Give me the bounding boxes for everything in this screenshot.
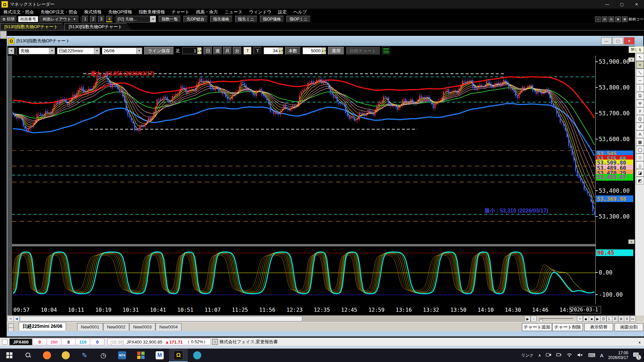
magnify-button[interactable]: ⊕: [618, 316, 624, 322]
menu-item[interactable]: 設定: [275, 9, 290, 15]
day-button[interactable]: D: [600, 316, 606, 322]
monex-trader-icon[interactable]: Ω: [169, 349, 188, 362]
menu-item[interactable]: 先物OP注文・照会: [37, 9, 81, 15]
line-button[interactable]: L: [606, 316, 612, 322]
edge-icon[interactable]: [188, 349, 207, 362]
start-button[interactable]: [0, 349, 19, 362]
menu-item[interactable]: 株式情報: [81, 9, 105, 15]
tick-count-spinner[interactable]: 34▲▼: [264, 47, 283, 54]
symbol-dropdown[interactable]: 日経225mini▼: [57, 48, 100, 54]
screen-button-3[interactable]: 3: [98, 16, 105, 22]
switch-button[interactable]: ⧉切替: [1, 16, 17, 22]
rectangle-tool[interactable]: □: [636, 154, 644, 161]
screen-number-button[interactable]: 画面番号: [18, 16, 38, 22]
wifi-icon[interactable]: [567, 353, 572, 358]
news-icon[interactable]: ↑: [212, 339, 218, 345]
quote-list-tool[interactable]: Q: [636, 115, 644, 123]
h-scrollbar[interactable]: [19, 316, 524, 322]
chart-restore-button[interactable]: ▢: [612, 37, 623, 45]
ticker-symbol[interactable]: JPX400: [9, 339, 32, 345]
scroll-left-button[interactable]: ◀: [13, 316, 20, 322]
workspace-tab-1[interactable]: [5130]指数先物OPチャート: [64, 23, 131, 30]
clear-all-tool[interactable]: ◩: [636, 177, 644, 184]
firefox-icon[interactable]: [38, 349, 56, 362]
minimize-button[interactable]: —: [600, 0, 614, 9]
toolbar-button-5[interactable]: 指OPミニ: [286, 16, 311, 22]
bottom-button-0[interactable]: チャート追加: [522, 323, 552, 331]
zoom-out-button[interactable]: −: [531, 316, 537, 322]
indicator-settings-icon[interactable]: [382, 47, 390, 55]
tick-mode-button[interactable]: T: [244, 47, 252, 55]
mini-dropdown[interactable]: ▼: [8, 48, 17, 54]
save-lines-button[interactable]: ライン保存: [144, 47, 174, 55]
alert-tool[interactable]: Ω: [636, 92, 644, 100]
chart-tab-New0002[interactable]: New0002: [103, 323, 129, 330]
menu-item[interactable]: 株式注文・照会: [0, 9, 37, 15]
pen-app-icon[interactable]: ✎: [75, 349, 94, 362]
triangle-tool[interactable]: △: [636, 161, 644, 169]
keyboard-icon[interactable]: ⌨: [588, 352, 595, 358]
toolbar-button-1[interactable]: 先OP総合: [183, 16, 207, 22]
cursor-mode-button[interactable]: ◆: [583, 316, 589, 322]
bottom-button-3[interactable]: 画面分割: [614, 323, 643, 331]
ticker-checkbox[interactable]: [2, 339, 7, 345]
fan-line-tool[interactable]: Ψ: [636, 100, 644, 107]
period-button-1[interactable]: 週: [213, 47, 222, 55]
capture-icon[interactable]: ◉: [615, 16, 621, 22]
zoom-in-button[interactable]: ＋: [577, 316, 583, 322]
screen-button-2[interactable]: 2: [90, 16, 97, 22]
tick-mode2-button[interactable]: T: [254, 47, 262, 55]
menu-item[interactable]: ヘルプ: [290, 9, 310, 15]
minimized-window-button[interactable]: [0, 31, 7, 39]
cascade-icon[interactable]: ▥: [608, 16, 614, 22]
notification-icon[interactable]: 1: [633, 352, 639, 359]
vertical-line-tool[interactable]: │: [636, 84, 644, 92]
horizontal-line-tool[interactable]: ─: [636, 76, 644, 84]
chart-minimize-button[interactable]: —: [601, 37, 612, 45]
text-tool[interactable]: A: [636, 130, 644, 138]
apps-grid-icon[interactable]: [131, 349, 150, 362]
battery-icon[interactable]: [556, 353, 562, 358]
period-button-3[interactable]: 分: [233, 47, 241, 55]
ellipse-tool[interactable]: ◯: [636, 146, 644, 154]
scroll-up-button[interactable]: ▲: [638, 340, 641, 344]
count-spinner[interactable]: 5000▲▼: [303, 47, 326, 54]
play-button[interactable]: ▶: [595, 316, 601, 322]
scroll-right-button[interactable]: ▶: [525, 316, 531, 322]
menu-item[interactable]: ニュース: [221, 9, 246, 15]
trendline-tool[interactable]: ＼: [636, 69, 644, 76]
m-app-icon[interactable]: M: [150, 349, 169, 362]
chart-tab-New0003[interactable]: New0003: [129, 323, 155, 330]
close-tooltip[interactable]: 閉じる: [629, 46, 644, 53]
pointer-tool[interactable]: ↖: [636, 53, 644, 61]
chart-tab-New0004[interactable]: New0004: [156, 323, 181, 330]
menu-item[interactable]: ウィンドウ: [246, 9, 275, 15]
menu-item[interactable]: 先物OP情報: [105, 9, 136, 15]
toolbar-button-4[interactable]: 指OP価格: [260, 16, 284, 22]
workspace-tab-0[interactable]: [5130]指数先物OPチャート: [0, 23, 67, 30]
crosshair-tool[interactable]: ＋: [636, 61, 644, 69]
chart-tab-New0001[interactable]: New0001: [77, 323, 103, 330]
period-button-2[interactable]: 月: [223, 47, 232, 55]
menu-item[interactable]: チャート: [168, 9, 193, 15]
compare-chart-button[interactable]: 比較チャート: [346, 47, 380, 55]
monitor-icon[interactable]: ▦: [622, 16, 628, 22]
h-scrollbar-thumb[interactable]: [20, 316, 302, 321]
stop-button[interactable]: ■: [589, 316, 595, 322]
app-yellow-icon[interactable]: [56, 349, 75, 362]
screen-button-1[interactable]: 1: [82, 16, 89, 22]
channel-tool[interactable]: #: [636, 107, 644, 115]
taskbar-clock[interactable]: 17:00 2026/03/17: [608, 351, 628, 360]
tile-icon[interactable]: ▤: [602, 16, 607, 22]
jump-end-button[interactable]: ↦: [630, 316, 636, 322]
dock-icon[interactable]: ⇔: [595, 16, 601, 22]
axis-menu-button[interactable]: ▼: [628, 57, 635, 62]
menu-item[interactable]: 指数業種情報: [136, 9, 168, 15]
maximize-button[interactable]: ▢: [614, 0, 629, 9]
volume-muted-icon[interactable]: [577, 353, 583, 358]
reload-tool[interactable]: ↺: [636, 123, 644, 130]
ime-indicator[interactable]: A: [600, 353, 603, 358]
tray-link-label[interactable]: リンク: [521, 353, 534, 358]
pane-menu-button[interactable]: ▼: [628, 239, 635, 244]
scroll-home-button[interactable]: ↤: [7, 316, 14, 322]
